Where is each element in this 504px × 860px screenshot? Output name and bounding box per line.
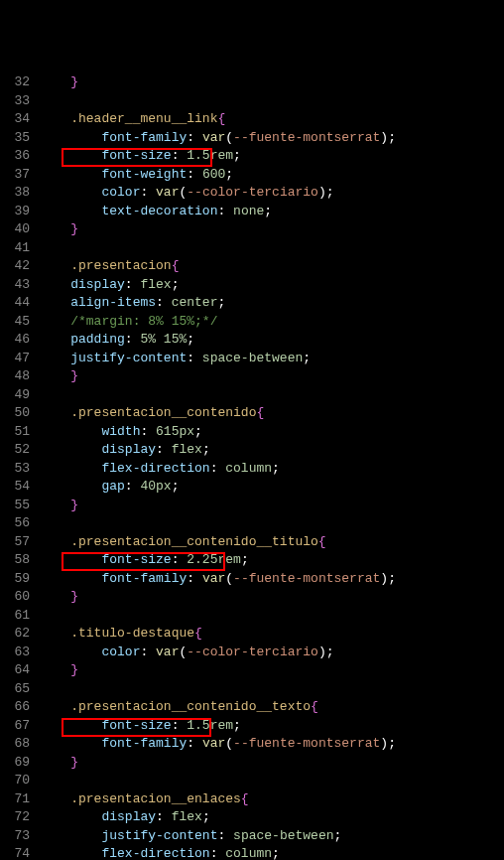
code-line[interactable] (40, 386, 504, 405)
code-line[interactable]: color: var(--color-terciario); (40, 184, 504, 203)
code-line[interactable]: align-items: center; (40, 294, 504, 313)
code-line[interactable]: } (40, 220, 504, 239)
line-number: 50 (0, 404, 30, 423)
line-number: 37 (0, 166, 30, 185)
line-number: 53 (0, 460, 30, 479)
line-number: 33 (0, 92, 30, 111)
line-number: 68 (0, 735, 30, 754)
line-number: 35 (0, 129, 30, 148)
line-number: 39 (0, 203, 30, 221)
line-number: 48 (0, 367, 30, 386)
line-number: 62 (0, 625, 30, 644)
code-line[interactable]: } (40, 367, 504, 386)
line-number: 60 (0, 588, 30, 607)
code-line[interactable] (40, 239, 504, 258)
code-line[interactable]: } (40, 661, 504, 680)
code-line[interactable] (40, 680, 504, 699)
code-line[interactable]: display: flex; (40, 808, 504, 827)
code-line[interactable]: flex-direction: column; (40, 460, 504, 479)
code-line[interactable]: display: flex; (40, 441, 504, 460)
line-number: 66 (0, 698, 30, 717)
code-line[interactable]: font-weight: 600; (40, 166, 504, 185)
line-number: 67 (0, 717, 30, 736)
line-number: 64 (0, 661, 30, 680)
line-number-gutter: 3233343536373839404142434445464748495051… (0, 73, 40, 860)
line-number: 45 (0, 313, 30, 332)
code-line[interactable] (40, 92, 504, 111)
code-line[interactable]: .presentacion__contenido__texto{ (40, 698, 504, 717)
line-number: 56 (0, 514, 30, 533)
line-number: 57 (0, 533, 30, 552)
code-line[interactable]: font-family: var(--fuente-montserrat); (40, 129, 504, 148)
code-line[interactable]: font-family: var(--fuente-montserrat); (40, 570, 504, 589)
line-number: 44 (0, 294, 30, 313)
code-line[interactable]: } (40, 754, 504, 773)
code-line[interactable]: .presentacion{ (40, 257, 504, 276)
code-line[interactable] (40, 607, 504, 626)
line-number: 58 (0, 551, 30, 570)
line-number: 70 (0, 772, 30, 790)
line-number: 43 (0, 276, 30, 295)
code-content[interactable]: } .header__menu__link{ font-family: var(… (40, 73, 504, 860)
line-number: 40 (0, 220, 30, 239)
line-number: 47 (0, 350, 30, 368)
line-number: 51 (0, 423, 30, 442)
code-line[interactable]: .presentacion__contenido{ (40, 404, 504, 423)
code-line[interactable]: justify-content: space-between; (40, 350, 504, 368)
code-line[interactable]: font-size: 2.25rem; (40, 551, 504, 570)
line-number: 34 (0, 110, 30, 129)
code-line[interactable]: } (40, 73, 504, 92)
code-line[interactable]: font-size: 1.5rem; (40, 717, 504, 736)
code-line[interactable]: font-size: 1.5rem; (40, 147, 504, 166)
code-line[interactable]: gap: 40px; (40, 478, 504, 497)
line-number: 32 (0, 73, 30, 92)
line-number: 73 (0, 827, 30, 846)
code-line[interactable]: padding: 5% 15%; (40, 331, 504, 350)
code-line[interactable]: .presentacion__enlaces{ (40, 790, 504, 809)
code-line[interactable]: } (40, 497, 504, 515)
line-number: 54 (0, 478, 30, 497)
line-number: 72 (0, 808, 30, 827)
code-line[interactable]: flex-direction: column; (40, 845, 504, 860)
line-number: 52 (0, 441, 30, 460)
line-number: 74 (0, 845, 30, 860)
code-line[interactable]: } (40, 588, 504, 607)
code-line[interactable]: /*margin: 8% 15%;*/ (40, 313, 504, 332)
code-line[interactable]: .titulo-destaque{ (40, 625, 504, 644)
line-number: 65 (0, 680, 30, 699)
line-number: 59 (0, 570, 30, 589)
code-line[interactable]: font-family: var(--fuente-montserrat); (40, 735, 504, 754)
line-number: 63 (0, 644, 30, 662)
code-line[interactable]: width: 615px; (40, 423, 504, 442)
line-number: 41 (0, 239, 30, 258)
code-line[interactable] (40, 772, 504, 790)
code-line[interactable]: text-decoration: none; (40, 203, 504, 221)
code-line[interactable] (40, 514, 504, 533)
line-number: 49 (0, 386, 30, 405)
line-number: 69 (0, 754, 30, 773)
line-number: 46 (0, 331, 30, 350)
code-line[interactable]: justify-content: space-between; (40, 827, 504, 846)
line-number: 42 (0, 257, 30, 276)
line-number: 55 (0, 497, 30, 515)
code-line[interactable]: .header__menu__link{ (40, 110, 504, 129)
code-line[interactable]: .presentacion__contenido__titulo{ (40, 533, 504, 552)
code-line[interactable]: color: var(--color-terciario); (40, 644, 504, 662)
code-editor[interactable]: 3233343536373839404142434445464748495051… (0, 73, 504, 860)
line-number: 61 (0, 607, 30, 626)
line-number: 71 (0, 790, 30, 809)
code-line[interactable]: display: flex; (40, 276, 504, 295)
line-number: 36 (0, 147, 30, 166)
line-number: 38 (0, 184, 30, 203)
